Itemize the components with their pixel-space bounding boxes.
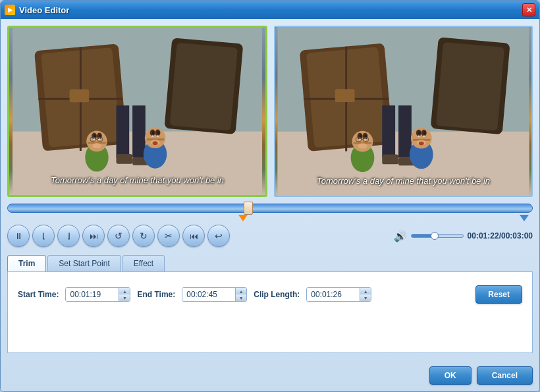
ok-button[interactable]: OK (429, 366, 472, 385)
svg-rect-11 (117, 154, 133, 164)
rotate-cw-button[interactable]: ↻ (132, 225, 155, 247)
cancel-button[interactable]: Cancel (477, 366, 533, 385)
start-time-input-group: ▲ ▼ (65, 287, 130, 302)
svg-point-23 (94, 138, 95, 140)
end-time-input-group: ▲ ▼ (182, 287, 247, 302)
svg-rect-8 (170, 43, 238, 131)
svg-rect-9 (117, 105, 130, 157)
video-frame-right: Tomorrow's a day of mine that you won't … (275, 27, 531, 196)
start-time-down[interactable]: ▼ (119, 294, 130, 301)
svg-point-75 (418, 131, 421, 134)
svg-rect-49 (436, 42, 504, 131)
volume-thumb[interactable] (431, 232, 439, 240)
end-time-spinner: ▲ ▼ (235, 288, 246, 301)
svg-point-35 (157, 131, 160, 134)
mark-out-button[interactable]: ⌋ (57, 225, 80, 247)
volume-area: 🔊 00:01:22/00:03:00 (394, 230, 533, 242)
main-panel: Trim Set Start Point Effect Start Time: … (7, 252, 533, 353)
svg-point-76 (423, 131, 426, 134)
time-controls: Start Time: ▲ ▼ End Time: ▲ ▼ (18, 285, 522, 304)
time-display: 00:01:22/00:03:00 (468, 231, 533, 240)
svg-point-63 (358, 144, 367, 149)
pause-button[interactable]: ⏸ (7, 225, 30, 247)
window-title: Video Editor (19, 5, 522, 15)
start-time-spinner: ▲ ▼ (119, 288, 130, 301)
svg-point-55 (352, 131, 373, 152)
timeline-area (7, 202, 533, 214)
clip-length-input[interactable] (307, 288, 360, 301)
svg-point-39 (157, 135, 159, 137)
start-marker (238, 215, 248, 221)
preview-area: Tomorrow's a day of mine that you won't … (7, 26, 533, 197)
svg-point-70 (411, 128, 432, 149)
tab-effect[interactable]: Effect (122, 255, 165, 271)
tab-set-start[interactable]: Set Start Point (47, 255, 121, 271)
end-time-input[interactable] (182, 288, 235, 301)
svg-rect-50 (382, 105, 395, 157)
video-frame-left: Tomorrow's a day of mine that you won't … (9, 28, 265, 195)
svg-point-80 (423, 135, 425, 137)
volume-icon: 🔊 (394, 230, 407, 242)
end-time-down[interactable]: ▼ (236, 294, 246, 301)
svg-rect-47 (335, 89, 355, 102)
preview-right: Tomorrow's a day of mine that you won't … (274, 26, 533, 197)
next-frame-button[interactable]: ⏭ (82, 225, 105, 247)
clip-length-label: Clip Length: (254, 290, 300, 299)
last-frame-button[interactable]: ⏮ (182, 225, 205, 247)
window-content: Tomorrow's a day of mine that you won't … (1, 19, 539, 391)
svg-point-29 (145, 128, 166, 149)
svg-rect-6 (70, 90, 90, 103)
title-bar: ▶ Video Editor ✕ (1, 1, 539, 19)
tabs-area: Trim Set Start Point Effect (7, 255, 533, 272)
reset-button[interactable]: Reset (475, 285, 522, 304)
end-time-label: End Time: (137, 290, 175, 299)
app-icon: ▶ (5, 5, 15, 15)
svg-point-14 (86, 131, 107, 152)
preview-left: Tomorrow's a day of mine that you won't … (7, 26, 267, 197)
rewind-button[interactable]: ↩ (207, 225, 230, 247)
volume-slider[interactable] (411, 234, 464, 238)
playback-controls: ⏸ ⌊ ⌋ ⏭ ↺ ↻ ✂ ⏮ ↩ 🔊 00:01:22/00:03:00 (7, 225, 533, 247)
svg-rect-10 (132, 105, 146, 157)
svg-point-64 (359, 138, 361, 140)
start-time-input[interactable] (66, 288, 119, 301)
svg-point-22 (92, 143, 101, 148)
clip-length-spinner: ▲ ▼ (360, 288, 371, 301)
svg-point-65 (364, 138, 366, 140)
svg-rect-51 (398, 105, 412, 157)
svg-point-24 (98, 138, 100, 140)
bottom-buttons: OK Cancel (7, 361, 533, 385)
svg-point-38 (151, 135, 153, 137)
svg-point-79 (418, 135, 419, 137)
video-editor-window: ▶ Video Editor ✕ (0, 0, 540, 392)
timeline-thumb[interactable] (244, 202, 253, 215)
start-time-up[interactable]: ▲ (119, 288, 130, 294)
svg-point-34 (152, 131, 155, 134)
timeline-bar[interactable] (7, 204, 533, 213)
tab-content-trim: Start Time: ▲ ▼ End Time: ▲ ▼ (7, 272, 533, 353)
start-time-label: Start Time: (18, 290, 59, 299)
tab-trim[interactable]: Trim (7, 255, 46, 271)
close-button[interactable]: ✕ (522, 3, 535, 16)
clip-length-up[interactable]: ▲ (360, 288, 371, 294)
subtitle-left: Tomorrow's a day of mine that you won't … (9, 175, 265, 185)
cut-button[interactable]: ✂ (157, 225, 180, 247)
rotate-ccw-button[interactable]: ↺ (107, 225, 130, 247)
mark-in-button[interactable]: ⌊ (32, 225, 55, 247)
clip-length-input-group: ▲ ▼ (306, 287, 371, 302)
clip-length-down[interactable]: ▼ (360, 294, 371, 301)
svg-rect-52 (382, 154, 398, 164)
end-time-up[interactable]: ▲ (236, 288, 246, 294)
subtitle-right: Tomorrow's a day of mine that you won't … (275, 176, 531, 186)
svg-point-40 (153, 141, 158, 145)
svg-point-81 (419, 142, 424, 146)
end-marker (520, 215, 529, 221)
